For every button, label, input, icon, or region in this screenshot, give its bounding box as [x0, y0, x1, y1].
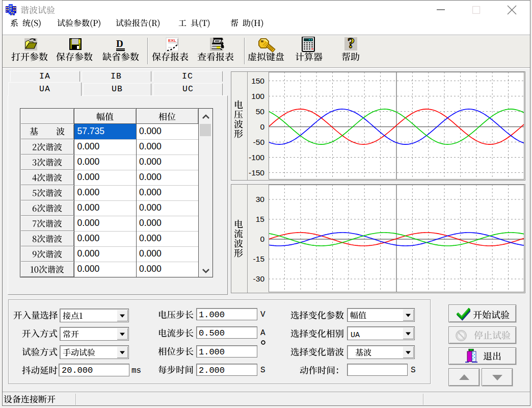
svg-text:EXL: EXL [168, 38, 176, 43]
svg-text:?: ? [348, 36, 355, 50]
